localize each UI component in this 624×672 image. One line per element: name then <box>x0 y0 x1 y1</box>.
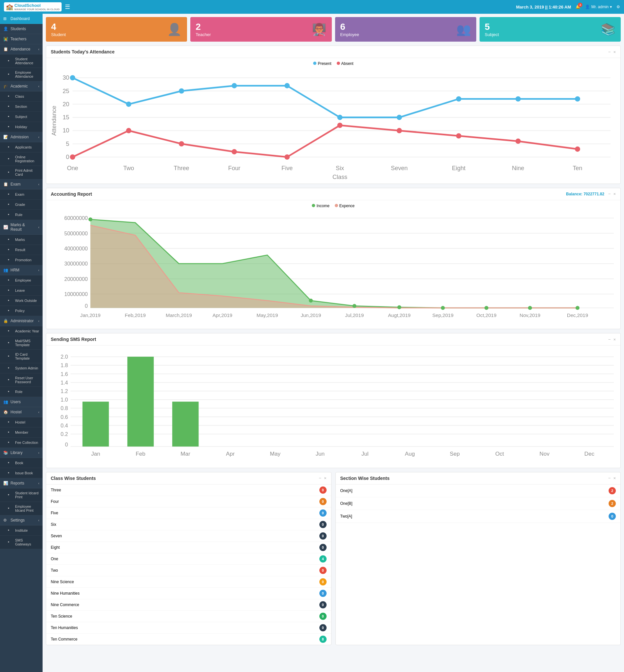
sidebar-item-policy[interactable]: • Policy <box>0 306 43 316</box>
svg-text:Sep,2019: Sep,2019 <box>433 313 454 318</box>
sms-chart: 2.0 1.8 1.6 1.4 1.2 1.0 0.8 0.6 0.4 0.2 … <box>49 349 617 465</box>
sidebar-item-system-admin[interactable]: • System Admin <box>0 363 43 373</box>
sidebar-item-hostel[interactable]: 🏠 Hostel ‹ <box>0 407 43 417</box>
accounting-minimize-icon[interactable]: − <box>608 192 611 196</box>
sidebar-item-sms-gateways[interactable]: • SMS Gateways <box>0 536 43 549</box>
sidebar-item-hostel2[interactable]: • Hostel <box>0 417 43 427</box>
sidebar-item-academic-year[interactable]: • Academic Year <box>0 326 43 336</box>
svg-point-76 <box>353 304 356 308</box>
sidebar-label-result: Result <box>15 248 25 252</box>
sidebar-item-print-admit[interactable]: • Print Admit Card <box>0 166 43 179</box>
sidebar-item-attendance[interactable]: 📋 Attendance ‹ <box>0 44 43 54</box>
sidebar-item-id-card[interactable]: • ID Card Template <box>0 350 43 363</box>
library-chevron-icon: ‹ <box>38 451 39 455</box>
sidebar-item-employee[interactable]: • Employee <box>0 275 43 285</box>
sidebar-item-member[interactable]: • Member <box>0 427 43 438</box>
exam-icon: 📋 <box>3 182 8 186</box>
sidebar-item-sms-template[interactable]: • Mail/SMS Template <box>0 336 43 350</box>
sidebar-item-exam[interactable]: 📋 Exam ‹ <box>0 179 43 190</box>
sidebar-label-teachers: Teachers <box>10 37 27 41</box>
class-wise-minimize-icon[interactable]: − <box>319 476 321 480</box>
sidebar-item-employee-attendance[interactable]: • Employee Attendance <box>0 68 43 81</box>
stat-card-subject: 5 Subject 📚 <box>479 17 621 42</box>
svg-point-79 <box>485 306 488 310</box>
sidebar-item-hrm[interactable]: 👥 HRM ‹ <box>0 265 43 275</box>
sidebar-label-book: Book <box>15 461 23 465</box>
class-wise-title: Class Wise Students <box>51 476 96 481</box>
sidebar-item-result[interactable]: • Result <box>0 245 43 255</box>
sidebar-item-users[interactable]: 👥 Users <box>0 397 43 407</box>
sidebar-item-reports[interactable]: 📊 Reports ‹ <box>0 478 43 489</box>
class-wise-close-icon[interactable]: × <box>324 476 327 480</box>
sidebar-item-marks[interactable]: • Marks <box>0 235 43 245</box>
sms-panel-controls: − × <box>608 337 616 342</box>
sidebar-item-institute[interactable]: • Institute <box>0 525 43 536</box>
svg-text:Mar: Mar <box>181 451 190 457</box>
hamburger-icon[interactable]: ☰ <box>65 3 70 10</box>
sidebar-item-employee-idcard[interactable]: • Employee Idcard Print <box>0 502 43 515</box>
book-icon: • <box>8 461 13 465</box>
svg-text:Nov: Nov <box>540 451 550 457</box>
sidebar-label-marks-result: Marks & Result <box>10 223 36 232</box>
sidebar-item-student-attendance[interactable]: • Student Attendance <box>0 54 43 68</box>
exam-chevron-icon: ‹ <box>38 182 39 186</box>
section-wise-close-icon[interactable]: × <box>613 476 616 480</box>
reports-chevron-icon: ‹ <box>38 481 39 485</box>
class-count-one: 4 <box>319 555 327 563</box>
accounting-close-icon[interactable]: × <box>613 192 616 196</box>
teacher-label: Teacher <box>196 32 211 37</box>
sidebar-item-section[interactable]: • Section <box>0 102 43 112</box>
class-row-two: Two 0 <box>46 565 331 576</box>
sidebar-item-admission[interactable]: 📝 Admission ‹ <box>0 132 43 142</box>
svg-text:May: May <box>270 451 281 457</box>
sidebar-item-applicants[interactable]: • Applicants <box>0 142 43 152</box>
sidebar-item-role[interactable]: • Role <box>0 387 43 397</box>
sidebar-label-class: Class <box>15 94 24 98</box>
sidebar-item-reset-password[interactable]: • Reset User Password <box>0 373 43 387</box>
sidebar-item-rule[interactable]: • Rule <box>0 210 43 220</box>
section-icon: • <box>8 104 13 109</box>
sidebar-item-promotion[interactable]: • Promotion <box>0 255 43 265</box>
expense-legend: Expence <box>335 204 355 208</box>
sidebar-item-exam2[interactable]: • Exam <box>0 190 43 200</box>
section-name-two-a: Two[A] <box>340 514 353 519</box>
sidebar-item-work-outside[interactable]: • Work Outside <box>0 296 43 306</box>
sidebar-item-leave[interactable]: • Leave <box>0 285 43 296</box>
attendance-minimize-icon[interactable]: − <box>608 50 611 54</box>
sms-minimize-icon[interactable]: − <box>608 337 611 342</box>
sidebar-item-teachers[interactable]: 👨‍🏫 Teachers <box>0 34 43 44</box>
attendance-close-icon[interactable]: × <box>613 50 616 54</box>
sidebar-item-class[interactable]: • Class <box>0 92 43 102</box>
svg-text:Augt,2019: Augt,2019 <box>388 313 411 318</box>
sidebar-item-grade[interactable]: • Grade <box>0 200 43 210</box>
grade-icon: • <box>8 202 13 207</box>
holiday-icon: • <box>8 125 13 129</box>
sidebar-item-online-reg[interactable]: • Online Registration <box>0 152 43 166</box>
sidebar-item-fee-collection[interactable]: • Fee Collection <box>0 438 43 448</box>
attendance-chart: 30 25 20 15 10 5 0 Attendance <box>49 68 617 180</box>
logo-subtitle: MANAGE YOUR SCHOOL IN CLOUD <box>15 8 60 11</box>
user-menu[interactable]: 👤 Mr. admin ▾ <box>585 5 612 9</box>
sidebar-item-student-idcard[interactable]: • Student Idcard Print <box>0 489 43 502</box>
marks-icon: • <box>8 237 13 242</box>
settings-icon[interactable]: ⚙ <box>617 5 620 9</box>
notification-bell[interactable]: 🔔 4 <box>575 5 580 9</box>
sidebar-item-holiday[interactable]: • Holiday <box>0 122 43 132</box>
sidebar-item-subject[interactable]: • Subject <box>0 112 43 122</box>
sidebar-item-settings[interactable]: ⚙ Settings ‹ <box>0 515 43 525</box>
sidebar-item-book[interactable]: • Book <box>0 458 43 468</box>
section-wise-minimize-icon[interactable]: − <box>608 476 611 480</box>
sidebar-item-administrator[interactable]: 🔒 Administrator ‹ <box>0 316 43 326</box>
sidebar-item-library[interactable]: 📚 Library ‹ <box>0 448 43 458</box>
class-icon: • <box>8 94 13 99</box>
sidebar-item-students[interactable]: 👤 Students <box>0 24 43 34</box>
sidebar-item-academic[interactable]: 🎓 Academic ‹ <box>0 81 43 92</box>
svg-text:0: 0 <box>85 303 88 309</box>
sidebar-item-marks-result[interactable]: 📈 Marks & Result ‹ <box>0 220 43 235</box>
class-row-seven: Seven 0 <box>46 530 331 542</box>
sidebar-item-dashboard[interactable]: ⊞ Dashboard <box>0 14 43 24</box>
sms-close-icon[interactable]: × <box>613 337 616 342</box>
sidebar-item-issue-book[interactable]: • Issue Book <box>0 468 43 478</box>
class-count-nine-hum: 0 <box>319 590 327 597</box>
class-row-four: Four 0 <box>46 496 331 507</box>
